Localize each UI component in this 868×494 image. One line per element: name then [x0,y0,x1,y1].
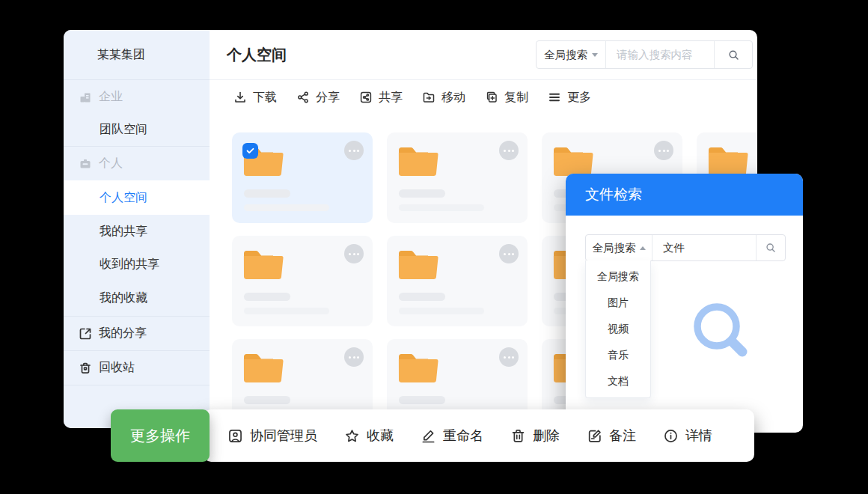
rename-button[interactable]: 重命名 [421,427,483,445]
panel-search-box: 全局搜索 文件 [585,234,786,261]
more-operations-button[interactable]: 更多操作 [111,409,210,462]
more-operations-label: 更多操作 [130,426,190,446]
panel-title: 文件检索 [585,185,642,204]
panel-header: 文件检索 [566,174,803,216]
menu-item-music[interactable]: 音乐 [586,342,650,368]
sidebar-item-label: 回收站 [99,360,135,376]
tool-label: 移动 [441,90,465,106]
card-more-button[interactable] [344,141,364,160]
search-scope-label: 全局搜索 [544,48,587,62]
tool-label: 复制 [504,90,528,106]
tool-label: 更多 [567,90,591,106]
menu-item-global[interactable]: 全局搜索 [586,263,650,290]
share-nodes-icon [296,91,310,104]
file-meta-placeholder [244,308,329,314]
sidebar-item-label: 收到的共享 [100,257,159,272]
menu-item-images[interactable]: 图片 [586,290,650,316]
magnifier-icon [727,49,740,61]
file-meta-placeholder [399,204,484,211]
file-title-placeholder [399,189,445,198]
sidebar-item-team-space[interactable]: 团队空间 [64,114,210,147]
toolbar: 下载 分享 共享 [210,79,757,115]
sidebar-group-enterprise[interactable]: 企业 [64,80,210,114]
folder-icon [397,351,440,384]
sidebar-item-my-favorites[interactable]: 我的收藏 [64,281,210,317]
collaborator-admin-icon [227,428,243,444]
global-search-box: 全局搜索 请输入搜索内容 [536,40,753,69]
card-checkbox[interactable] [242,143,258,159]
download-button[interactable]: 下载 [233,90,277,106]
card-more-button[interactable] [499,244,519,263]
panel-search-button[interactable] [756,235,785,260]
sidebar-item-my-shared[interactable]: 我的共享 [64,215,210,248]
card-more-button[interactable] [344,347,364,367]
sidebar-item-my-shares[interactable]: 我的分享 [64,317,210,351]
favorite-button[interactable]: 收藏 [344,427,394,445]
trash-icon [79,362,92,375]
card-more-button[interactable] [499,141,519,160]
share-out-icon [79,327,92,341]
file-title-placeholder [244,293,290,301]
menu-item-documents[interactable]: 文档 [586,368,650,394]
folder-card[interactable] [387,132,528,223]
bottom-action-bar: 协同管理员 收藏 重命名 删除 [204,409,754,462]
file-meta-placeholder [244,204,329,211]
magnifier-icon [765,242,777,254]
chevron-up-icon [640,246,646,250]
folder-card[interactable] [387,236,528,326]
copy-icon [485,91,498,104]
shared-box-icon [359,91,373,104]
star-icon [344,428,360,444]
panel-search-input[interactable]: 文件 [652,235,756,260]
move-button[interactable]: 移动 [422,90,465,106]
org-title: 某某集团 [64,30,210,80]
more-lines-icon [548,91,561,104]
file-retrieval-panel: 文件检索 全局搜索 文件 全局搜索 图片 视频 音乐 文档 [566,174,803,433]
id-badge-icon [79,157,92,171]
file-title-placeholder [399,396,445,404]
share-button[interactable]: 分享 [296,90,340,106]
folder-card[interactable] [232,132,373,223]
main-header: 个人空间 全局搜索 请输入搜索内容 [210,30,757,80]
card-more-button[interactable] [499,347,519,367]
sidebar-item-label: 企业 [99,89,123,105]
note-button[interactable]: 备注 [587,427,636,445]
sidebar-item-label: 个人空间 [100,190,147,206]
page-title: 个人空间 [227,45,287,65]
sidebar-item-personal-space[interactable]: 个人空间 [64,180,210,215]
info-icon [663,428,679,444]
sidebar: 某某集团 企业 团队空间 [64,30,210,428]
tool-label: 共享 [379,90,403,106]
file-meta-placeholder [399,308,484,314]
menu-item-videos[interactable]: 视频 [586,316,650,342]
sidebar-group-personal[interactable]: 个人 [64,147,210,180]
sidebar-item-label: 个人 [99,156,123,171]
rename-icon [421,428,436,444]
file-title-placeholder [244,189,290,198]
file-title-placeholder [399,293,445,301]
details-button[interactable]: 详情 [663,427,712,445]
scope-dropdown-menu: 全局搜索 图片 视频 音乐 文档 [585,260,651,398]
tool-label: 分享 [316,90,340,106]
delete-button[interactable]: 删除 [510,427,560,445]
move-folder-icon [422,91,435,104]
copy-button[interactable]: 复制 [485,90,528,106]
folder-card[interactable] [232,236,373,326]
folder-icon [397,248,440,281]
card-more-button[interactable] [654,141,673,160]
search-button[interactable] [714,41,752,68]
collaborator-admin-button[interactable]: 协同管理员 [227,427,317,445]
action-label: 收藏 [367,427,394,445]
action-label: 删除 [533,427,560,445]
more-button[interactable]: 更多 [548,90,591,106]
search-scope-dropdown[interactable]: 全局搜索 [537,41,606,68]
card-more-button[interactable] [344,244,364,263]
sidebar-item-received-shared[interactable]: 收到的共享 [64,248,210,281]
file-title-placeholder [244,396,290,404]
search-input[interactable]: 请输入搜索内容 [606,41,714,68]
sidebar-item-label: 我的共享 [100,224,147,240]
sidebar-item-recycle-bin[interactable]: 回收站 [64,351,210,385]
panel-scope-dropdown[interactable]: 全局搜索 [586,235,652,260]
delete-icon [510,428,526,444]
shared-space-button[interactable]: 共享 [359,90,403,106]
